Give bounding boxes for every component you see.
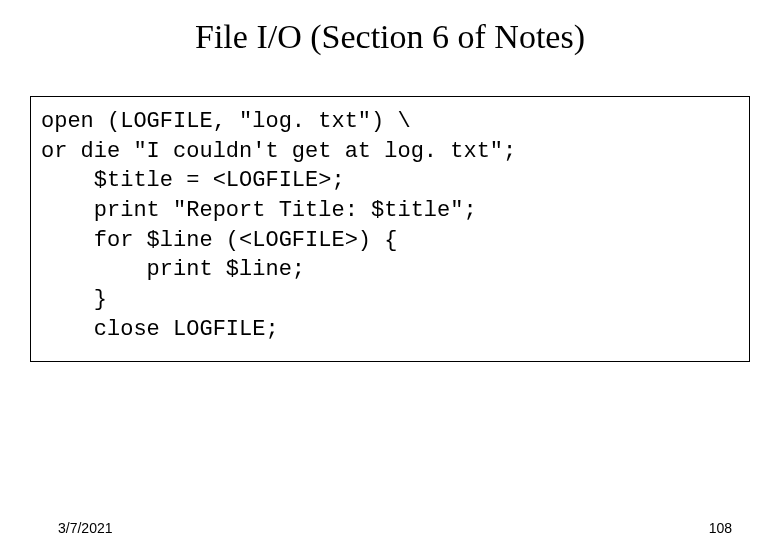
footer: 3/7/2021 108	[58, 516, 732, 536]
slide-title: File I/O (Section 6 of Notes)	[0, 18, 780, 56]
code-line: for $line (<LOGFILE>) {	[41, 226, 739, 256]
code-line: print $line;	[41, 255, 739, 285]
code-line: print "Report Title: $title";	[41, 196, 739, 226]
footer-date: 3/7/2021	[58, 520, 113, 536]
code-line: close LOGFILE;	[41, 315, 739, 345]
code-line: }	[41, 285, 739, 315]
code-line: or die "I couldn't get at log. txt";	[41, 137, 739, 167]
footer-page-number: 108	[709, 520, 732, 536]
code-box: open (LOGFILE, "log. txt") \ or die "I c…	[30, 96, 750, 362]
code-line: open (LOGFILE, "log. txt") \	[41, 107, 739, 137]
slide: File I/O (Section 6 of Notes) open (LOGF…	[0, 18, 780, 540]
code-line: $title = <LOGFILE>;	[41, 166, 739, 196]
